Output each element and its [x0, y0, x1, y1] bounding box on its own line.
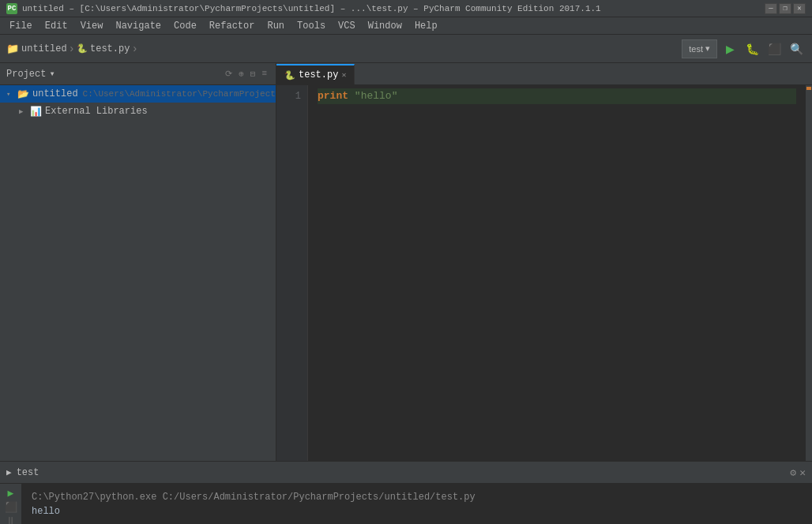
run-output-blank: [32, 518, 803, 524]
debug-button[interactable]: 🐛: [742, 39, 761, 58]
run-button[interactable]: ▶: [720, 39, 739, 58]
main-area: Project ▾ ⟳ ⊕ ⊟ ≡ ▾ 📂 untitled C:\Users\…: [0, 63, 812, 461]
ext-libraries-label: External Libraries: [45, 106, 148, 117]
menu-item-code[interactable]: Code: [167, 17, 203, 35]
run-config-label: test: [689, 44, 703, 54]
breadcrumb-separator-1: ›: [69, 43, 75, 55]
tab-file-icon: 🐍: [284, 70, 295, 80]
run-config-chevron: ▾: [705, 43, 710, 54]
expand-all-icon[interactable]: ⊕: [236, 68, 246, 80]
run-panel-close-icon[interactable]: ✕: [799, 466, 806, 479]
menu-item-view[interactable]: View: [74, 17, 110, 35]
window-controls: — ❐ ✕: [765, 3, 806, 14]
code-line-1: print "hello": [318, 88, 796, 104]
editor-area: 🐍 test.py ✕ 1 print "hello": [276, 63, 812, 461]
project-folder-icon: 📁: [6, 43, 19, 55]
editor-tabs: 🐍 test.py ✕: [276, 63, 812, 85]
project-panel-controls: ⟳ ⊕ ⊟ ≡: [223, 68, 269, 80]
toolbar: 📁 untitled › 🐍 test.py › test ▾ ▶ 🐛 ⬛ 🔍: [0, 35, 812, 63]
menu-item-navigate[interactable]: Navigate: [109, 17, 167, 35]
project-tree: ▾ 📂 untitled C:\Users\Administrator\Pych…: [0, 85, 276, 461]
breadcrumb-project-name: untitled: [21, 43, 67, 54]
menu-item-help[interactable]: Help: [408, 17, 444, 35]
run-output: C:\Python27\python.exe C:/Users/Administ…: [22, 484, 812, 524]
collapse-all-icon[interactable]: ⊟: [248, 68, 258, 80]
run-content: ▶ ⬛ ⏸ ⟳ ↑ ↓ ⊡ 🖨 📌 🗑 ✕ ? C:\Python27\pyth…: [0, 484, 812, 524]
menu-item-window[interactable]: Window: [362, 17, 408, 35]
run-output-hello: hello: [32, 504, 803, 518]
run-panel: ▶ test ⚙ ✕ ▶ ⬛ ⏸ ⟳ ↑ ↓ ⊡ 🖨 📌 🗑 ✕ ? C:\Py…: [0, 461, 812, 524]
settings-icon[interactable]: ≡: [259, 68, 269, 80]
run-play-button[interactable]: ▶: [2, 487, 20, 500]
run-panel-controls: ⚙ ✕: [790, 466, 806, 479]
run-header-run-icon: ▶: [6, 467, 12, 477]
tree-item-ext-libraries[interactable]: ▶ 📊 External Libraries: [0, 103, 276, 120]
tree-root-path: C:\Users\Administrator\PycharmProjects\u: [83, 89, 276, 99]
breadcrumb-file-name: test.py: [90, 43, 130, 54]
tree-arrow-root: ▾: [6, 90, 17, 99]
code-area[interactable]: print "hello": [308, 85, 806, 461]
tab-close-button[interactable]: ✕: [341, 70, 346, 80]
tree-arrow-ext: ▶: [19, 107, 30, 116]
menu-item-tools[interactable]: Tools: [291, 17, 332, 35]
menu-bar: FileEditViewNavigateCodeRefactorRunTools…: [0, 17, 812, 35]
line-numbers: 1: [276, 85, 308, 461]
editor-content[interactable]: 1 print "hello": [276, 85, 812, 461]
ext-lib-icon: 📊: [30, 106, 42, 118]
run-panel-settings-icon[interactable]: ⚙: [790, 466, 796, 479]
menu-item-file[interactable]: File: [3, 17, 39, 35]
tree-root-name: untitled: [32, 88, 78, 99]
run-panel-title: test: [17, 467, 39, 478]
tab-label: test.py: [299, 69, 338, 80]
stop-button[interactable]: ⬛: [765, 39, 784, 58]
breadcrumb-file[interactable]: 🐍 test.py: [77, 43, 130, 54]
scrollbar-marker: [806, 87, 811, 90]
run-pause-button[interactable]: ⏸: [2, 515, 20, 524]
breadcrumb: 📁 untitled › 🐍 test.py ›: [6, 43, 679, 55]
root-folder-icon: 📂: [17, 88, 29, 100]
editor-tab-test-py[interactable]: 🐍 test.py ✕: [276, 64, 355, 84]
editor-scrollbar[interactable]: [806, 85, 812, 461]
breadcrumb-separator-2: ›: [131, 43, 137, 55]
run-stop-button[interactable]: ⬛: [2, 501, 20, 514]
sync-icon[interactable]: ⟳: [223, 68, 235, 80]
search-button[interactable]: 🔍: [787, 39, 806, 58]
line-number-1: 1: [276, 88, 301, 104]
window-title: untitled – [C:\Users\Administrator\Pycha…: [22, 4, 601, 13]
tree-item-root[interactable]: ▾ 📂 untitled C:\Users\Administrator\Pych…: [0, 85, 276, 103]
run-panel-header: ▶ test ⚙ ✕: [0, 462, 812, 484]
close-button[interactable]: ✕: [793, 3, 806, 14]
menu-item-vcs[interactable]: VCS: [332, 17, 362, 35]
title-bar: PC untitled – [C:\Users\Administrator\Py…: [0, 0, 812, 17]
run-config-button[interactable]: test ▾: [682, 39, 717, 58]
run-command-line: C:\Python27\python.exe C:/Users/Administ…: [32, 490, 803, 504]
toolbar-right: test ▾ ▶ 🐛 ⬛ 🔍: [682, 39, 806, 58]
file-icon: 🐍: [77, 43, 88, 54]
project-panel-dropdown[interactable]: ▾: [49, 68, 55, 80]
menu-item-refactor[interactable]: Refactor: [203, 17, 261, 35]
restore-button[interactable]: ❐: [779, 3, 791, 14]
project-panel-header: Project ▾ ⟳ ⊕ ⊟ ≡: [0, 63, 276, 85]
breadcrumb-project[interactable]: 📁 untitled: [6, 43, 67, 55]
minimize-button[interactable]: —: [765, 3, 777, 14]
run-left-toolbar: ▶ ⬛ ⏸ ⟳ ↑ ↓ ⊡ 🖨 📌 🗑 ✕ ?: [0, 484, 22, 524]
project-panel-title: Project: [6, 69, 46, 80]
menu-item-run[interactable]: Run: [261, 17, 291, 35]
app-icon: PC: [6, 3, 17, 14]
project-panel: Project ▾ ⟳ ⊕ ⊟ ≡ ▾ 📂 untitled C:\Users\…: [0, 63, 276, 461]
menu-item-edit[interactable]: Edit: [39, 17, 74, 35]
